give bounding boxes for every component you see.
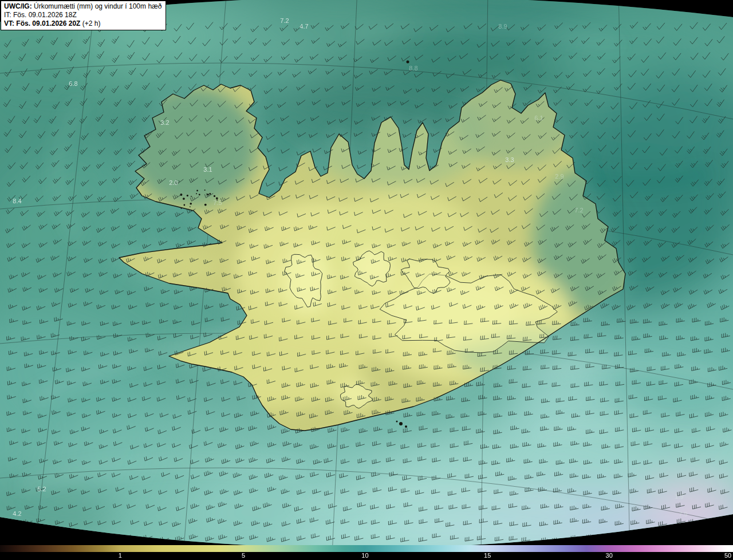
title-box: UWC/IG: Úrkomumætti (mm) og vindur í 100… [1,1,166,30]
map-value-label: 3.3 [505,156,514,163]
model-name: UWC/IG: [4,2,32,10]
map-value-label: 8.8 [409,65,417,72]
init-time: Fös. 09.01.2026 18Z [13,11,77,19]
valid-time: Fös. 09.01.2026 20Z [16,19,80,27]
map-value-label: 6.1 [534,115,543,121]
valid-time-line: VT: Fös. 09.01.2026 20Z (+2 h) [4,19,161,28]
map-canvas: 7.24.78.98.86.86.13.23.33.12.92.08.47.57… [0,0,733,545]
map-value-label: 2.0 [169,179,178,186]
map-value-label: 5.2 [37,486,46,492]
valid-label: VT: [4,19,14,27]
map-value-label: 1.9 [675,493,683,500]
map-value-label: 4.4 [82,537,91,543]
colorbar-tick-labels: 1510153050 [0,552,733,560]
colorbar: 1510153050 [0,545,733,560]
map-value-label: 3.1 [203,166,212,173]
colorbar-gradient [0,545,733,552]
map-value-label: 8.9 [498,23,507,30]
init-label: IT: [4,11,11,19]
map-value-label: 7.5 [213,199,222,206]
title-line-model: UWC/IG: Úrkomumætti (mm) og vindur í 100… [4,2,161,11]
map-value-label: 2.9 [555,173,563,180]
colorbar-tick-50: 50 [724,552,731,559]
map-value-label: 7.2 [574,207,583,214]
map-value-label: 4.7 [299,23,308,30]
colorbar-tick-10: 10 [361,552,368,559]
init-time-line: IT: Fös. 09.01.2026 18Z [4,11,161,19]
colorbar-tick-30: 30 [606,552,613,559]
map-value-label: 7.2 [280,17,289,24]
map-value-label: 4.2 [13,510,21,517]
map-value-label: 3.2 [160,119,169,126]
colorbar-tick-15: 15 [484,552,491,559]
product-title: Úrkomumætti (mm) og vindur í 100m hæð [34,2,161,10]
map-value-label: 8.4 [13,198,21,204]
map-value-label: 6.8 [69,80,77,87]
valid-offset: (+2 h) [82,19,101,27]
map-value-label: 7.9 [679,511,687,518]
colorbar-tick-5: 5 [242,552,245,559]
weather-map-page: 7.24.78.98.86.86.13.23.33.12.92.08.47.57… [0,0,733,560]
colorbar-tick-1: 1 [119,552,122,559]
